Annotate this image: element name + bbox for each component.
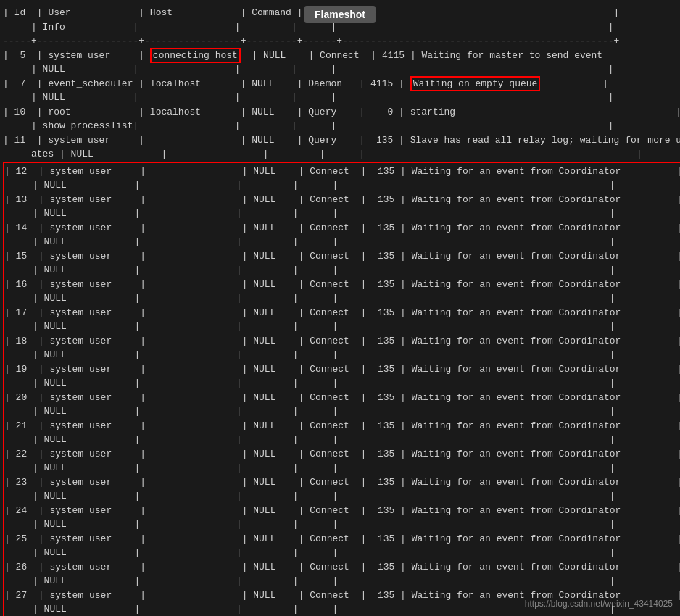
row-10: | 10 | root | localhost | NULL | Query |… <box>3 107 680 132</box>
connecting-host-highlight: connecting host <box>150 48 241 63</box>
waiting-empty-queue: Waiting on empty queue <box>410 76 541 91</box>
terminal: | Id | User | Host | Command | Time | St… <box>0 0 680 616</box>
header-line: | Id | User | Host | Command | Time | St… <box>3 7 619 33</box>
watermark: https://blog.csdn.net/weixin_43414025 <box>525 599 673 609</box>
separator-line: -----+------------------+---------------… <box>3 36 619 46</box>
row-5: | 5 | system user | connecting host | NU… <box>3 48 680 75</box>
row-7: | 7 | event_scheduler | localhost | NULL… <box>3 76 614 104</box>
row-11: | 11 | system user | | NULL | Query | 13… <box>3 135 680 160</box>
coordinator-block: | 12 | system user | | NULL | Connect | … <box>3 162 680 617</box>
